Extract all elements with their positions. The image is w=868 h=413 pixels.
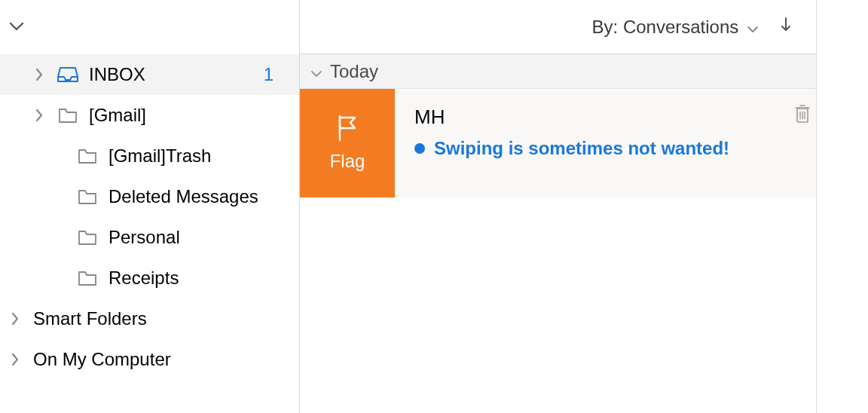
chevron-down-icon [9,22,24,32]
inbox-icon [57,66,78,84]
message-group-header[interactable]: Today [300,54,816,89]
folder-icon [77,148,98,164]
folder-label: INBOX [89,64,253,85]
sort-direction-button[interactable] [780,17,792,38]
swipe-flag-label: Flag [330,151,365,172]
chevron-right-icon [32,109,47,122]
folder-receipts[interactable]: Receipts [0,258,299,298]
group-smart-folders[interactable]: Smart Folders [0,298,299,339]
flag-icon [335,115,359,142]
sidebar: INBOX 1 [Gmail] [Gmail]Trash [0,0,300,413]
sort-by-prefix: By: [592,17,623,37]
chevron-right-icon [8,353,23,366]
folder-unread-count: 1 [264,64,299,85]
preview-pane [817,0,868,413]
folder-icon [77,229,98,246]
message-list-pane: By: Conversations Today Flag [300,0,817,413]
sort-by-control[interactable]: By: Conversations [592,17,759,38]
message-body[interactable]: MH Swiping is sometimes not wanted! [395,89,816,197]
message-subject: Swiping is sometimes not wanted! [434,138,729,159]
unread-dot-icon [414,143,425,154]
folder-icon [77,270,98,286]
folder-personal[interactable]: Personal [0,217,299,258]
group-label: On My Computer [33,349,299,370]
chevron-down-icon [310,61,322,82]
group-label: Smart Folders [33,308,299,329]
folder-label: [Gmail]Trash [108,145,299,167]
message-list-header: By: Conversations [300,0,816,54]
swipe-flag-action[interactable]: Flag [300,89,395,197]
sort-by-value: Conversations [623,17,738,37]
folder-label: Deleted Messages [108,186,299,207]
trash-icon[interactable] [795,104,810,127]
group-on-my-computer[interactable]: On My Computer [0,339,299,380]
folder-gmail-trash[interactable]: [Gmail]Trash [0,136,299,176]
message-sender: MH [414,106,807,129]
folder-deleted-messages[interactable]: Deleted Messages [0,176,299,217]
chevron-down-icon [747,17,759,37]
message-group-label: Today [330,61,378,82]
message-row[interactable]: Flag MH Swiping is sometimes not wanted! [300,89,816,197]
chevron-right-icon [32,68,47,81]
folder-label: [Gmail] [89,105,299,126]
chevron-right-icon [8,312,23,326]
folder-label: Receipts [108,268,299,289]
sidebar-account-toggle[interactable] [0,0,299,54]
folder-inbox[interactable]: INBOX 1 [0,54,299,95]
folder-icon [77,188,98,205]
folder-label: Personal [108,227,299,248]
folder-icon [57,107,78,124]
folder-gmail[interactable]: [Gmail] [0,95,299,136]
